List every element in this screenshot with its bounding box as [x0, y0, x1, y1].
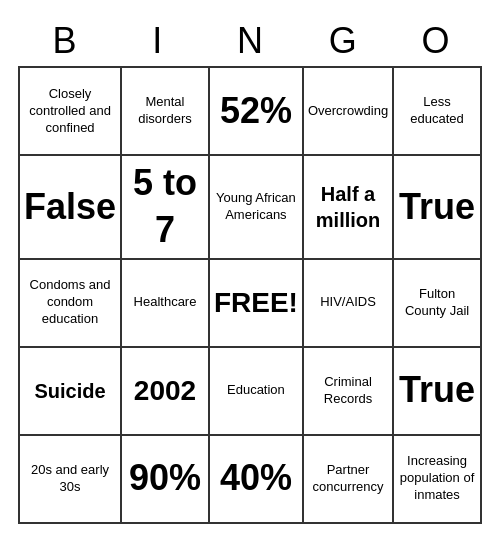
table-row: 40%: [210, 436, 304, 524]
table-row: 5 to 7: [122, 156, 210, 260]
table-row: Half a million: [304, 156, 394, 260]
table-row: Less educated: [394, 68, 482, 156]
letter-b: B: [21, 20, 107, 62]
letter-n: N: [207, 20, 293, 62]
table-row: 20s and early 30s: [20, 436, 122, 524]
table-row: Suicide: [20, 348, 122, 436]
bingo-card: B I N G O Closely controlled and confine…: [10, 12, 490, 532]
letter-i: I: [114, 20, 200, 62]
table-row: Fulton County Jail: [394, 260, 482, 348]
table-row: Criminal Records: [304, 348, 394, 436]
table-row: Partner concurrency: [304, 436, 394, 524]
bingo-grid: Closely controlled and confinedMental di…: [18, 66, 482, 524]
table-row: Condoms and condom education: [20, 260, 122, 348]
table-row: True: [394, 348, 482, 436]
table-row: 90%: [122, 436, 210, 524]
table-row: Overcrowding: [304, 68, 394, 156]
table-row: True: [394, 156, 482, 260]
table-row: Education: [210, 348, 304, 436]
table-row: False: [20, 156, 122, 260]
table-row: Young African Americans: [210, 156, 304, 260]
bingo-title: B I N G O: [18, 20, 482, 62]
table-row: 52%: [210, 68, 304, 156]
table-row: Closely controlled and confined: [20, 68, 122, 156]
table-row: Increasing population of inmates: [394, 436, 482, 524]
letter-g: G: [300, 20, 386, 62]
table-row: FREE!: [210, 260, 304, 348]
table-row: Healthcare: [122, 260, 210, 348]
letter-o: O: [393, 20, 479, 62]
table-row: 2002: [122, 348, 210, 436]
table-row: Mental disorders: [122, 68, 210, 156]
table-row: HIV/AIDS: [304, 260, 394, 348]
